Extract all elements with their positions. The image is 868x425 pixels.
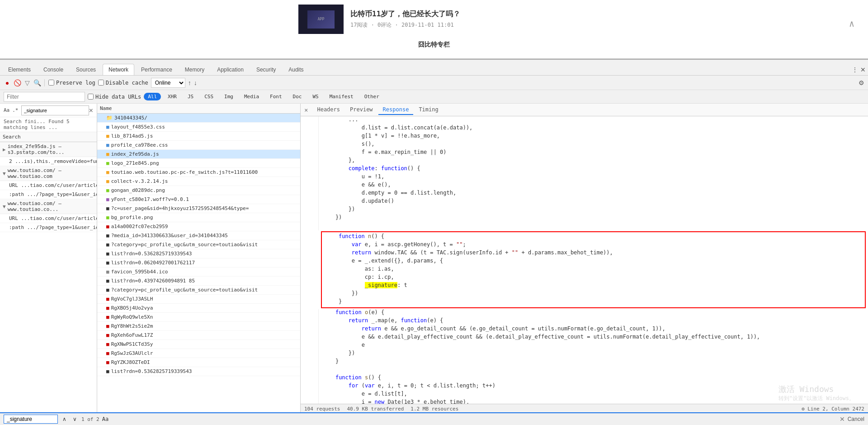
upload-icon[interactable]: ↑ (188, 79, 191, 86)
filter-type-ws[interactable]: WS (308, 93, 322, 100)
tab-security[interactable]: Security (250, 64, 282, 75)
file-item-rgxnw[interactable]: ■RgXNwPS1CTd3Sy (97, 340, 300, 349)
code-line: return _.map(e, function(e) { (301, 317, 868, 325)
tab-timing[interactable]: Timing (414, 105, 443, 115)
clear-button[interactable]: 🚫 (14, 79, 21, 86)
hide-data-urls-checkbox[interactable] (88, 94, 94, 100)
search-bottom-input[interactable] (4, 415, 58, 424)
filter-type-xhr[interactable]: XHR (164, 93, 181, 100)
file-item-category1[interactable]: ■?category=pc_profile_ugc&utm_source=tou… (97, 240, 300, 249)
file-item-rgy8h[interactable]: ■RgY8hWt2s5ie2m (97, 322, 300, 331)
tab-memory[interactable]: Memory (179, 64, 210, 75)
file-item-bgprofile-png[interactable]: ■bg_profile.png (97, 213, 300, 222)
disable-cache-checkbox-label[interactable]: Disable cache (98, 80, 148, 86)
file-item-xhr-userpage[interactable]: ■?c=user_page&sid=4hjkxoyuz1572595248545… (97, 204, 300, 213)
record-button[interactable]: ● (4, 79, 11, 86)
search-close-button[interactable]: × (89, 106, 94, 115)
code-line: } (301, 358, 868, 366)
file-item-3410443345[interactable]: 📁3410443345/ (97, 114, 300, 123)
filter-type-js[interactable]: JS (184, 93, 198, 100)
file-item-layout-css[interactable]: ■layout_f4855e3.css (97, 123, 300, 132)
file-item-lib-js[interactable]: ■lib_8714ad5.js (97, 132, 300, 141)
code-view[interactable]: ... d.list = d.list.concat(a(e.data)), g… (301, 116, 868, 404)
transferred-size: 40.9 KB transferred (347, 406, 404, 412)
file-item-logo-png[interactable]: ■logo_271e845.png (97, 159, 300, 168)
code-line: function s() { (301, 374, 868, 382)
code-line: d.empty = 0 == d.list.length, (301, 190, 868, 198)
file-item-path2[interactable]: :path .../?page_type=1&user_id=34... (0, 223, 97, 232)
filter-type-media[interactable]: Media (240, 93, 263, 100)
tab-application[interactable]: Application (211, 64, 250, 75)
filter-type-other[interactable]: Other (360, 93, 383, 100)
scroll-up-button[interactable]: ∧ (849, 18, 854, 29)
file-item-switch-js[interactable]: ■toutiao.web.toutiao.pc-pc-fe_switch.js?… (97, 168, 300, 177)
file-group-toutiao1[interactable]: ▼ www.toutiao.com/ — www.toutiao.com (0, 166, 97, 181)
search-input[interactable] (21, 105, 89, 115)
filter-type-all[interactable]: All (144, 93, 161, 100)
tab-network[interactable]: Network (103, 64, 134, 75)
preserve-log-checkbox-label[interactable]: Preserve log (48, 80, 95, 86)
filter-type-doc[interactable]: Doc (289, 93, 306, 100)
file-group-index[interactable]: ▶ index_2fe95da.js — s3.pstatp.com/to... (0, 142, 97, 157)
file-item-profile-css[interactable]: ■profile_ca978ee.css (97, 141, 300, 150)
tab-sources[interactable]: Sources (70, 64, 102, 75)
file-item-index-js[interactable]: ■index_2fe95da.js (97, 150, 300, 159)
tab-elements[interactable]: Elements (2, 64, 37, 75)
file-item-rgxbo[interactable]: ■RgXBO5j4Uo2vya (97, 304, 300, 313)
search-regex-toggle[interactable]: .* (12, 107, 18, 113)
file-item-list-rdn4[interactable]: ■list?rdn=0.5362825719339543 (97, 367, 300, 376)
search-cancel-button[interactable]: Cancel (848, 416, 864, 422)
file-item-path1[interactable]: :path .../?page_type=1&user_id=34... (0, 190, 97, 199)
search-prev-button[interactable]: ∧ (61, 416, 68, 422)
devtools-more-button[interactable]: ⋮ (852, 66, 858, 73)
hide-data-urls-checkbox-label[interactable]: Hide data URLs (88, 94, 141, 100)
file-item-rgyzk[interactable]: ■RgYZKJ8OZTeDI (97, 358, 300, 367)
throttle-select[interactable]: Online Fast 3G Slow 3G Offline (151, 78, 185, 88)
tab-preview[interactable]: Preview (345, 105, 377, 115)
code-line: } (322, 298, 865, 306)
tab-console[interactable]: Console (38, 64, 69, 75)
file-item-yfont[interactable]: ■yFont_c580e17.woff?v=0.0.1 (97, 195, 300, 204)
search-bottom-close[interactable]: ✕ (840, 415, 845, 423)
search-count: 1 of 2 (81, 416, 99, 422)
file-item-favicon[interactable]: ■favicon_5995b44.ico (97, 267, 300, 277)
filter-type-img[interactable]: Img (220, 93, 237, 100)
download-icon[interactable]: ↓ (194, 79, 197, 86)
search-match-case[interactable]: Aa (102, 416, 108, 422)
file-item-rgwyr[interactable]: ■RgWyRoQ9wle5Xn (97, 313, 300, 322)
devtools-settings-button[interactable]: ✕ (860, 66, 866, 73)
file-item-collect-js[interactable]: ■collect-v.3.2.14.js (97, 177, 300, 186)
filter-type-manifest[interactable]: Manifest (326, 93, 358, 100)
file-item-mediaid[interactable]: ■?media_id=3413306633&user_id=3410443345 (97, 231, 300, 240)
tab-headers[interactable]: Headers (312, 105, 344, 115)
filter-input[interactable] (4, 92, 85, 102)
filter-type-css[interactable]: CSS (200, 93, 217, 100)
settings-icon[interactable]: ⚙ (859, 79, 864, 86)
file-item-list-rdn3[interactable]: ■list?rdn=0.43974260094891 85 (97, 277, 300, 286)
file-item-category2[interactable]: ■?category=pc_profile_ugc&utm_source=tou… (97, 286, 300, 295)
tab-performance[interactable]: Performance (135, 64, 178, 75)
search-next-button[interactable]: ∨ (71, 416, 79, 422)
filter-toggle-button[interactable]: ▽ (24, 79, 31, 86)
code-panel: × Headers Preview Response Timing ... (301, 104, 868, 414)
search-button[interactable]: 🔍 (33, 79, 41, 86)
file-item-removevideo[interactable]: 2 ...is),this._removeVideo=function(t)..… (0, 157, 97, 166)
tab-response[interactable]: Response (378, 105, 414, 115)
preserve-log-checkbox[interactable] (48, 80, 54, 86)
disable-cache-checkbox[interactable] (98, 80, 104, 86)
file-item-url1[interactable]: URL ...tiao.com/c/user/article/?page_... (0, 181, 97, 190)
file-item-rgsw[interactable]: ■RgSwJzG3AUlclr (97, 349, 300, 358)
file-item-list-rdn1[interactable]: ■list?rdn=0.5362825719339543 (97, 249, 300, 258)
code-panel-close[interactable]: × (304, 106, 308, 114)
file-item-url2[interactable]: URL ...tiao.com/c/user/article/?page_... (0, 214, 97, 223)
file-item-a14a-red[interactable]: ■a14a0002fc07ecb2959 (97, 222, 300, 231)
file-item-gongan-png[interactable]: ■gongan_d0289dc.png (97, 186, 300, 195)
code-line: cp: i.cp, (322, 274, 865, 282)
file-item-rgxeh[interactable]: ■RgXeh6oFuwL17Z (97, 331, 300, 340)
filter-type-font[interactable]: Font (266, 93, 286, 100)
tab-audits[interactable]: Audits (283, 64, 309, 75)
file-item-list-rdn2[interactable]: ■list?rdn=0.06204927001762117 (97, 258, 300, 267)
search-aa-toggle[interactable]: Aa (4, 107, 9, 113)
file-group-toutiao2[interactable]: ▼ www.toutiao.com/ — www.toutiao.co... (0, 199, 97, 214)
file-item-rgvoc[interactable]: ■RgVoC7glJ3ASLH (97, 295, 300, 304)
